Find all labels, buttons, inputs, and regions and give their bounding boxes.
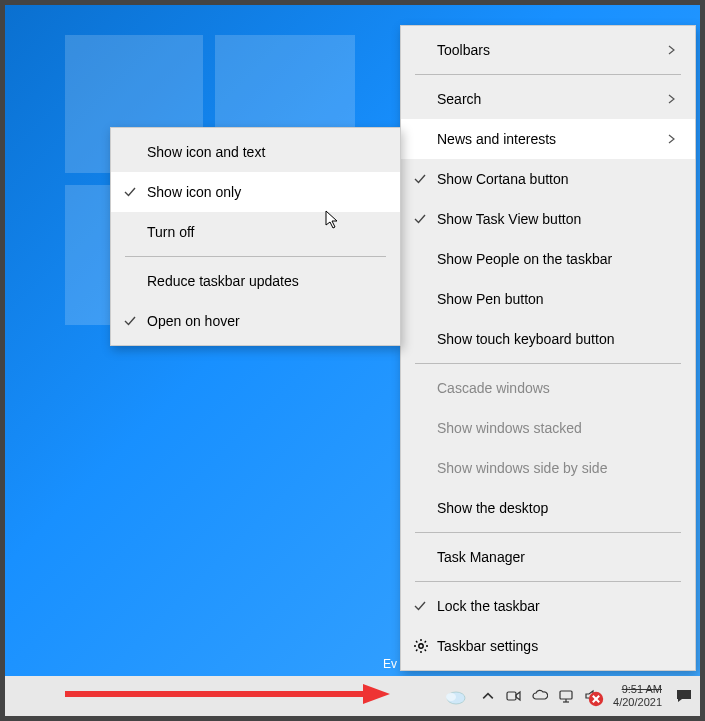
check-icon — [413, 212, 437, 226]
menu-show-desktop[interactable]: Show the desktop — [401, 488, 695, 528]
meet-now-icon[interactable] — [505, 687, 523, 705]
menu-toolbars[interactable]: Toolbars — [401, 30, 695, 70]
menu-label: Reduce taskbar updates — [147, 273, 382, 289]
check-icon — [123, 314, 147, 328]
onedrive-icon[interactable] — [531, 687, 549, 705]
annotation-arrow-icon — [65, 684, 390, 704]
menu-label: Task Manager — [437, 549, 677, 565]
menu-touch-keyboard[interactable]: Show touch keyboard button — [401, 319, 695, 359]
taskbar-context-menu: Toolbars Search News and interests Show … — [400, 25, 696, 671]
menu-label: Search — [437, 91, 667, 107]
menu-lock-taskbar[interactable]: Lock the taskbar — [401, 586, 695, 626]
menu-label: Toolbars — [437, 42, 667, 58]
menu-cascade: Cascade windows — [401, 368, 695, 408]
chevron-right-icon — [667, 91, 677, 107]
separator — [415, 532, 681, 533]
svg-rect-6 — [560, 691, 572, 699]
check-icon — [413, 599, 437, 613]
menu-task-manager[interactable]: Task Manager — [401, 537, 695, 577]
menu-label: Show People on the taskbar — [437, 251, 677, 267]
menu-label: Lock the taskbar — [437, 598, 677, 614]
action-center-icon[interactable] — [674, 686, 694, 706]
news-interests-submenu: Show icon and text Show icon only Turn o… — [110, 127, 401, 346]
menu-label: Show windows side by side — [437, 460, 677, 476]
separator — [415, 363, 681, 364]
taskbar-clock[interactable]: 9:51 AM 4/20/2021 — [609, 683, 666, 709]
separator — [125, 256, 386, 257]
menu-label: Show icon and text — [147, 144, 382, 160]
menu-label: Show Task View button — [437, 211, 677, 227]
menu-label: News and interests — [437, 131, 667, 147]
menu-label: Open on hover — [147, 313, 382, 329]
svg-point-0 — [419, 644, 423, 648]
menu-people[interactable]: Show People on the taskbar — [401, 239, 695, 279]
watermark-text: Ev — [383, 657, 397, 671]
svg-marker-2 — [363, 684, 390, 704]
clock-date: 4/20/2021 — [613, 696, 662, 709]
menu-pen[interactable]: Show Pen button — [401, 279, 695, 319]
menu-label: Show touch keyboard button — [437, 331, 677, 347]
menu-taskview[interactable]: Show Task View button — [401, 199, 695, 239]
gear-icon — [413, 638, 437, 654]
menu-label: Show windows stacked — [437, 420, 677, 436]
submenu-turn-off[interactable]: Turn off — [111, 212, 400, 252]
menu-taskbar-settings[interactable]: Taskbar settings — [401, 626, 695, 666]
clock-time: 9:51 AM — [613, 683, 662, 696]
check-icon — [123, 185, 147, 199]
menu-label: Show icon only — [147, 184, 382, 200]
chevron-right-icon — [667, 42, 677, 58]
tray-chevron-up-icon[interactable] — [479, 687, 497, 705]
menu-label: Cascade windows — [437, 380, 677, 396]
menu-sidebyside: Show windows side by side — [401, 448, 695, 488]
submenu-reduce-updates[interactable]: Reduce taskbar updates — [111, 261, 400, 301]
separator — [415, 581, 681, 582]
menu-cortana[interactable]: Show Cortana button — [401, 159, 695, 199]
menu-label: Show the desktop — [437, 500, 677, 516]
svg-rect-5 — [507, 692, 516, 700]
menu-stacked: Show windows stacked — [401, 408, 695, 448]
submenu-icon-only[interactable]: Show icon only — [111, 172, 400, 212]
submenu-icon-text[interactable]: Show icon and text — [111, 132, 400, 172]
menu-label: Show Pen button — [437, 291, 677, 307]
submenu-open-on-hover[interactable]: Open on hover — [111, 301, 400, 341]
svg-point-4 — [446, 693, 456, 701]
menu-news-interests[interactable]: News and interests — [401, 119, 695, 159]
menu-label: Show Cortana button — [437, 171, 677, 187]
check-icon — [413, 172, 437, 186]
menu-label: Turn off — [147, 224, 382, 240]
menu-label: Taskbar settings — [437, 638, 677, 654]
separator — [415, 74, 681, 75]
network-icon[interactable] — [557, 687, 575, 705]
cursor-icon — [325, 210, 341, 233]
menu-search[interactable]: Search — [401, 79, 695, 119]
news-weather-icon[interactable] — [441, 683, 471, 709]
chevron-right-icon — [667, 131, 677, 147]
volume-icon[interactable] — [583, 687, 601, 705]
